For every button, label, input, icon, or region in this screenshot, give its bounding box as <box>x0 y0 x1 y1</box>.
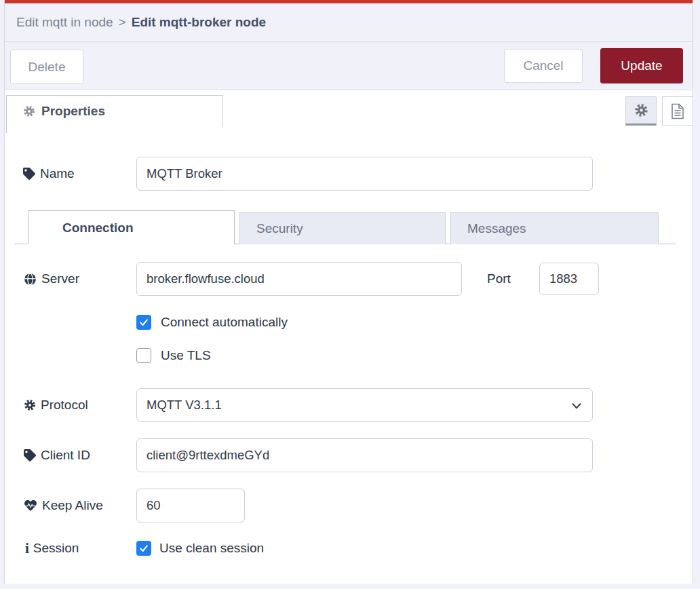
info-icon: i <box>25 541 29 556</box>
cancel-button[interactable]: Cancel <box>504 49 583 83</box>
edit-description-button[interactable] <box>662 96 693 126</box>
use-tls-label[interactable]: Use TLS <box>161 348 211 363</box>
breadcrumb: Edit mqtt in node > Edit mqtt-broker nod… <box>5 3 693 42</box>
delete-button[interactable]: Delete <box>10 50 83 84</box>
edit-node-dialog: Edit mqtt in node > Edit mqtt-broker nod… <box>4 0 693 584</box>
breadcrumb-parent[interactable]: Edit mqtt in node <box>16 15 113 30</box>
keep-alive-input[interactable] <box>136 489 245 522</box>
gear-icon <box>634 103 648 117</box>
protocol-select-value: MQTT V3.1.1 <box>147 398 222 413</box>
edit-properties-button[interactable] <box>625 96 657 126</box>
session-label: i Session <box>25 540 79 556</box>
globe-icon <box>24 273 37 286</box>
chevron-down-icon <box>569 398 584 413</box>
protocol-select[interactable]: MQTT V3.1.1 <box>136 388 593 422</box>
dialog-body: Properties Name <box>5 90 693 584</box>
tab-properties[interactable]: Properties <box>6 95 223 127</box>
tag-icon <box>24 449 36 461</box>
connect-automatically-checkbox[interactable] <box>136 315 151 330</box>
update-button[interactable]: Update <box>600 48 683 83</box>
tab-properties-label: Properties <box>41 104 105 119</box>
connect-automatically-label[interactable]: Connect automatically <box>161 315 288 330</box>
server-label: Server <box>24 271 79 287</box>
client-id-input[interactable] <box>136 438 593 472</box>
tag-icon <box>23 168 35 180</box>
breadcrumb-separator: > <box>119 15 126 30</box>
check-icon <box>138 543 149 554</box>
keep-alive-label: Keep Alive <box>24 497 103 514</box>
gear-icon <box>23 105 35 117</box>
doc-icon <box>670 103 685 119</box>
port-input[interactable] <box>539 263 599 295</box>
server-input[interactable] <box>136 262 462 296</box>
subtab-security[interactable]: Security <box>239 212 446 244</box>
use-tls-checkbox[interactable] <box>136 348 151 363</box>
client-id-label: Client ID <box>24 447 90 463</box>
check-icon <box>138 317 149 328</box>
dialog-button-bar: Delete Cancel Update <box>5 43 693 90</box>
port-label: Port <box>487 271 511 287</box>
breadcrumb-current: Edit mqtt-broker node <box>132 15 266 30</box>
protocol-label: Protocol <box>24 397 88 413</box>
gear-icon <box>24 399 36 411</box>
name-label: Name <box>23 166 75 182</box>
clean-session-label[interactable]: Use clean session <box>159 541 264 556</box>
subtab-messages[interactable]: Messages <box>450 212 659 244</box>
tab-notch <box>6 127 12 133</box>
subtab-connection[interactable]: Connection <box>28 210 235 244</box>
clean-session-checkbox[interactable] <box>136 541 151 556</box>
heartbeat-icon <box>24 499 37 512</box>
name-input[interactable] <box>136 157 593 191</box>
broker-subtabs: Connection Security Messages <box>14 210 676 244</box>
